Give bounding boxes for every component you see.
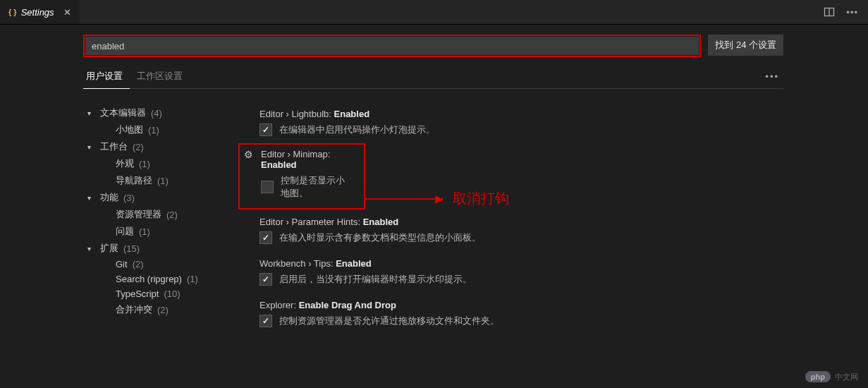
chevron-down-icon: ▾ [87,143,97,151]
outline-item[interactable]: ▾扩展(15) [83,240,217,257]
outline-item[interactable]: ▾外观(1) [83,155,217,172]
setting-title: Editor › Lightbulb: Enabled [259,109,783,119]
setting-title: Editor › Minimap: Enabled [261,149,350,170]
setting-item: Workbench › Tips: Enabled启用后，当没有打开编辑器时将显… [238,251,783,293]
setting-checkbox[interactable] [261,181,274,193]
outline-label: 合并冲突 [116,303,152,316]
outline-count: (1) [139,226,150,237]
outline-item[interactable]: ▾导航路径(1) [83,172,217,189]
split-editor-icon[interactable] [824,6,835,18]
outline-count: (2) [157,305,169,315]
setting-description: 在编辑器中启用代码操作小灯泡提示。 [279,123,435,136]
outline-item[interactable]: ▾小地图(1) [83,121,217,138]
outline-label: 外观 [116,157,134,170]
php-badge: php [805,371,831,382]
setting-item: Editor › Lightbulb: Enabled在编辑器中启用代码操作小灯… [238,102,783,143]
outline-count: (15) [123,243,140,254]
outline-label: Search (ripgrep) [116,274,182,284]
tab-workspace-settings[interactable]: 工作区设置 [134,66,190,88]
outline-item[interactable]: ▾问题(1) [83,223,217,240]
outline-label: Git [116,259,128,269]
watermark: php 中文网 [805,371,858,382]
setting-title: Workbench › Tips: Enabled [259,258,783,269]
setting-checkbox[interactable] [259,273,272,286]
outline-item[interactable]: ▾TypeScript(10) [83,286,217,301]
outline-count: (1) [187,274,198,284]
setting-item: Editor › Parameter Hints: Enabled在输入时显示含… [238,210,783,251]
outline-item[interactable]: ▾Search (ripgrep)(1) [83,272,217,286]
tab-user-settings[interactable]: 用户设置 [83,66,130,89]
outline-item[interactable]: ▾工作台(2) [83,138,217,155]
outline-label: 文本编辑器 [100,107,146,119]
braces-icon: { } [8,8,17,16]
setting-item: ⚙Editor › Minimap: Enabled控制是否显示小地图。 [238,143,365,210]
chevron-down-icon: ▾ [87,245,97,253]
outline-label: 导航路径 [116,174,152,187]
setting-description: 控制是否显示小地图。 [281,174,350,200]
outline-label: 功能 [100,191,118,204]
outline-count: (2) [166,210,178,220]
outline-count: (10) [164,289,180,299]
setting-checkbox[interactable] [259,123,272,136]
tab-title: Settings [21,7,54,18]
gear-icon[interactable]: ⚙ [244,149,253,160]
outline-label: 扩展 [100,242,118,255]
chevron-down-icon: ▾ [87,194,97,202]
outline-count: (2) [133,259,144,269]
setting-description: 启用后，当没有打开编辑器时将显示水印提示。 [279,273,472,286]
setting-checkbox[interactable] [259,315,272,327]
outline-item[interactable]: ▾Git(2) [83,257,217,272]
more-actions-icon[interactable]: ••• [761,71,783,83]
setting-description: 控制资源管理器是否允许通过拖放移动文件和文件夹。 [279,315,499,327]
outline-label: 工作台 [100,140,128,153]
setting-title: Explorer: Enable Drag And Drop [259,300,783,310]
settings-search-input[interactable] [85,37,699,55]
outline-label: 资源管理器 [116,208,161,221]
setting-description: 在输入时显示含有参数文档和类型信息的小面板。 [279,231,481,244]
outline-item[interactable]: ▾资源管理器(2) [83,206,217,223]
outline-count: (1) [148,125,159,135]
outline-label: TypeScript [116,289,159,299]
outline-count: (4) [151,108,162,119]
setting-checkbox[interactable] [259,231,272,244]
setting-title: Editor › Parameter Hints: Enabled [259,217,783,227]
setting-item: Explorer: Enable Drag And Drop控制资源管理器是否允… [238,293,783,334]
result-count-badge: 找到 24 个设置 [708,35,783,56]
outline-item[interactable]: ▾文本编辑器(4) [83,104,217,121]
outline-item[interactable]: ▾合并冲突(2) [83,301,217,318]
chevron-down-icon: ▾ [87,109,97,117]
outline-count: (1) [157,176,169,186]
outline-count: (2) [133,142,144,152]
outline-label: 小地图 [116,123,143,136]
more-icon[interactable]: ••• [845,7,860,18]
outline-count: (1) [139,159,150,169]
outline-count: (3) [123,193,135,203]
close-icon[interactable]: ✕ [61,6,74,18]
settings-outline: ▾文本编辑器(4)▾小地图(1)▾工作台(2)▾外观(1)▾导航路径(1)▾功能… [83,100,217,334]
outline-item[interactable]: ▾功能(3) [83,189,217,206]
watermark-text: 中文网 [835,372,858,382]
editor-tab-settings[interactable]: { } Settings ✕ [0,0,80,24]
outline-label: 问题 [116,225,134,238]
settings-list: Editor › Lightbulb: Enabled在编辑器中启用代码操作小灯… [238,100,783,334]
